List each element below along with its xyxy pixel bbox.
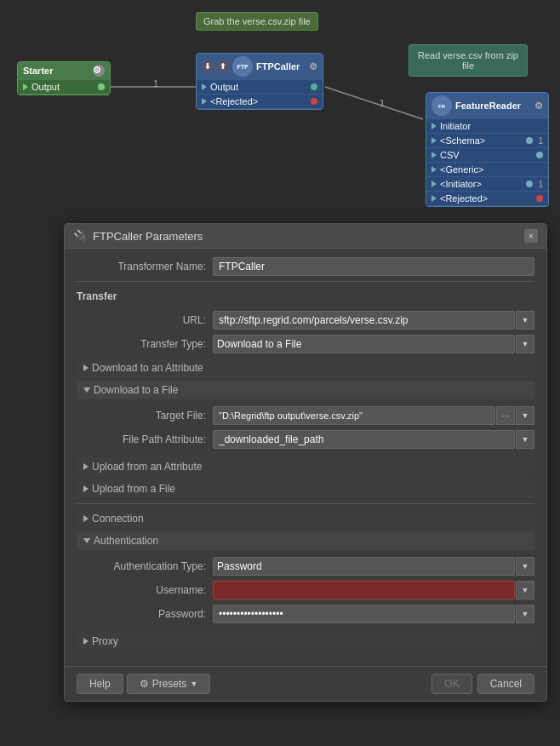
password-dropdown-btn[interactable]: ▼	[516, 605, 534, 623]
download-file-content: Target File: ··· ▼ File Path Attribute: …	[77, 403, 534, 457]
auth-label: Authentication	[94, 535, 158, 547]
url-dropdown-btn[interactable]: ▼	[516, 311, 534, 330]
transfer-type-select[interactable]: Download to a File Download to an Attrib…	[213, 335, 515, 353]
download-file-section[interactable]: Download to a File	[77, 381, 534, 399]
file-path-attr-label: File Path Attribute:	[85, 433, 213, 445]
ftp-rejected-dot	[311, 98, 317, 105]
cancel-button[interactable]: Cancel	[477, 674, 534, 694]
upload-file-triangle	[83, 485, 89, 492]
auth-type-label: Authentication Type:	[85, 560, 213, 572]
feature-csv-dot	[536, 152, 543, 158]
browse-button[interactable]: ···	[496, 406, 515, 425]
proxy-section[interactable]: Proxy	[77, 632, 534, 651]
ftp-output-arrow	[202, 83, 207, 90]
feature-init2-dot	[526, 181, 533, 187]
ftpcaller-rejected-port[interactable]: <Rejected>	[197, 95, 323, 108]
username-label: Username:	[85, 584, 213, 596]
upload-file-label: Upload from a File	[92, 483, 175, 495]
starter-output-port[interactable]: Output	[18, 80, 110, 94]
auth-type-wrapper: Password Public Key None	[213, 557, 515, 576]
connection-triangle	[83, 515, 89, 522]
transfer-section-label: Transfer	[77, 287, 534, 306]
node-ftpcaller-title: ⬇ ⬆ FTP FTPCaller ⚙	[197, 54, 323, 79]
dialog-body: Transformer Name: Transfer URL: ▼ Transf…	[65, 249, 546, 663]
conn-label-2: 1	[380, 98, 385, 108]
transformer-name-label: Transformer Name:	[77, 261, 213, 273]
svg-text:FTP: FTP	[237, 64, 249, 70]
feature-schema-dot	[526, 137, 533, 144]
transfer-type-dropdown-btn[interactable]: ▼	[516, 335, 534, 353]
ftp-icon-left: ⬇	[202, 61, 214, 72]
password-input[interactable]	[213, 605, 515, 623]
download-attr-triangle	[83, 364, 89, 371]
ftpcaller-output-port[interactable]: Output	[197, 80, 323, 94]
tooltip-grab-zip: Grab the verse.csv.zip file	[196, 12, 318, 31]
node-starter[interactable]: Starter ⚙ Output	[17, 61, 111, 95]
starter-gear-icon[interactable]: ⚙	[93, 65, 105, 77]
url-row: URL: ▼	[77, 311, 534, 330]
auth-type-row: Authentication Type: Password Public Key…	[85, 557, 534, 576]
footer-right: OK Cancel	[431, 674, 534, 694]
username-input[interactable]	[213, 581, 515, 600]
transformer-name-input[interactable]	[213, 257, 534, 276]
feature-csv-port[interactable]: CSV	[426, 148, 548, 162]
node-featurereader[interactable]: FR FeatureReader ⚙ Initiator <Schema> 1 …	[426, 92, 549, 207]
output-port-dot	[98, 83, 105, 90]
upload-file-section[interactable]: Upload from a File	[77, 479, 534, 498]
conn-label-1: 1	[153, 78, 158, 89]
password-row: Password: ▼	[85, 605, 534, 623]
tooltip-read-csv: Read verse.csv from zip file	[409, 44, 528, 77]
node-ftpcaller[interactable]: ⬇ ⬆ FTP FTPCaller ⚙ Output <Rejected>	[196, 53, 323, 110]
target-file-input[interactable]	[213, 406, 495, 425]
target-file-row: Target File: ··· ▼	[85, 406, 534, 425]
file-path-dropdown-btn[interactable]: ▼	[516, 430, 534, 449]
help-button[interactable]: Help	[77, 674, 123, 694]
ok-button[interactable]: OK	[431, 674, 471, 694]
feature-init-arrow	[431, 123, 437, 129]
target-file-label: Target File:	[85, 410, 213, 422]
ftp-rejected-arrow	[202, 98, 207, 105]
ftp-circle-icon: FTP	[232, 56, 253, 77]
node-starter-title: Starter ⚙	[18, 62, 110, 79]
feature-circle-icon: FR	[431, 95, 452, 116]
dialog-title: FTPCaller Parameters	[93, 230, 203, 243]
feature-gear-icon[interactable]: ⚙	[534, 100, 543, 112]
proxy-triangle	[83, 638, 89, 645]
node-featurereader-title: FR FeatureReader ⚙	[426, 93, 548, 118]
dialog-close-button[interactable]: ×	[524, 229, 538, 243]
authentication-section[interactable]: Authentication	[77, 531, 534, 550]
canvas: Grab the verse.csv.zip file Read verse.c…	[0, 0, 560, 221]
presets-icon: ⚙	[140, 678, 149, 690]
feature-generic-arrow	[431, 166, 437, 173]
download-file-triangle	[83, 387, 90, 393]
feature-initiator2-port[interactable]: <Initiator> 1	[426, 177, 548, 191]
upload-attr-label: Upload from an Attribute	[92, 461, 202, 473]
feature-schema-port[interactable]: <Schema> 1	[426, 134, 548, 147]
username-row: Username: ▼	[85, 581, 534, 600]
presets-button[interactable]: ⚙ Presets ▼	[127, 674, 211, 694]
ftpcaller-gear-icon[interactable]: ⚙	[309, 61, 317, 72]
feature-rej-arrow	[431, 195, 437, 202]
feature-csv-arrow	[431, 152, 437, 158]
password-label: Password:	[85, 608, 213, 620]
auth-type-select[interactable]: Password Public Key None	[213, 557, 515, 576]
feature-rejected-port[interactable]: <Rejected>	[426, 192, 548, 205]
connection-section[interactable]: Connection	[77, 509, 534, 528]
auth-type-dropdown-btn[interactable]: ▼	[516, 557, 534, 576]
ftp-output-dot	[311, 83, 317, 90]
feature-generic-port[interactable]: <Generic>	[426, 163, 548, 176]
download-attribute-section[interactable]: Download to an Attribute	[77, 359, 534, 377]
file-path-attr-input[interactable]	[213, 430, 515, 449]
feature-initiator-port[interactable]: Initiator	[426, 119, 548, 133]
download-attr-label: Download to an Attribute	[92, 362, 203, 374]
output-port-arrow	[23, 83, 28, 90]
target-file-dropdown-btn[interactable]: ▼	[516, 406, 534, 425]
upload-attribute-section[interactable]: Upload from an Attribute	[77, 457, 534, 476]
username-dropdown-btn[interactable]: ▼	[516, 581, 534, 600]
dialog-title-left: 🔌 FTPCaller Parameters	[73, 229, 203, 243]
transfer-type-wrapper: Download to a File Download to an Attrib…	[213, 335, 515, 353]
presets-arrow: ▼	[190, 680, 197, 688]
feature-rej-dot	[536, 195, 543, 202]
url-input[interactable]	[213, 311, 515, 330]
feature-schema-arrow	[431, 137, 437, 144]
